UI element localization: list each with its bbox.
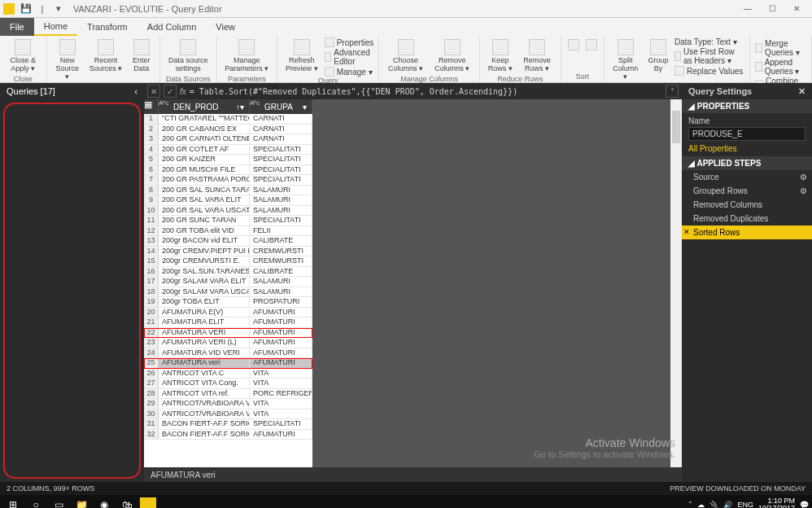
column-denprod[interactable]: DEN_PROD ↑▾ <box>168 99 250 114</box>
cell-denprod[interactable]: 200 GR SAL VARA USCAT <box>159 206 250 216</box>
table-row[interactable]: 24AFUMATURA VID VERIAFUMATURI <box>144 348 312 359</box>
cell-denprod[interactable]: 200 GR CABANOS EX <box>159 125 250 134</box>
group-by-button[interactable]: Group By <box>645 37 671 75</box>
cell-denprod[interactable]: 200 GR SUNC TARAN <box>159 216 250 226</box>
applied-step[interactable]: Removed Duplicates <box>682 212 812 226</box>
qat-dropdown-icon[interactable]: ▾ <box>53 3 64 15</box>
cell-grupa[interactable]: AFUMATURI <box>250 338 312 348</box>
vertical-scrollbar[interactable] <box>670 99 682 467</box>
replace-values-button[interactable]: Replace Values <box>674 66 744 76</box>
transform-tab[interactable]: Transform <box>77 18 138 36</box>
cell-denprod[interactable]: 200 GR CARNATI OLTENESTI <box>159 134 250 144</box>
cell-denprod[interactable]: AFUMATURA ELIT <box>159 318 250 327</box>
explorer-icon[interactable]: 📁 <box>72 497 91 508</box>
step-gear-icon[interactable]: ⚙ <box>800 186 807 195</box>
tray-chevron-icon[interactable]: ˄ <box>688 501 692 508</box>
table-row[interactable]: 14200gr CREMV.PIEPT PUI E.CREMWURSTI <box>144 247 312 257</box>
volume-icon[interactable]: 🔊 <box>723 501 732 508</box>
cell-grupa[interactable]: AFUMATURI <box>250 348 312 358</box>
choose-columns-button[interactable]: Choose Columns ▾ <box>384 37 427 75</box>
cell-grupa[interactable]: SPECIALITATI <box>250 165 312 175</box>
cell-denprod[interactable]: AFUMATURA VID VERI <box>159 348 250 358</box>
onedrive-icon[interactable]: ☁ <box>697 501 705 508</box>
formula-expand-button[interactable]: ˅ <box>666 85 679 98</box>
cell-denprod[interactable]: AFUMATURA VERI (L) <box>159 338 250 348</box>
keep-rows-button[interactable]: Keep Rows ▾ <box>485 37 516 75</box>
table-row[interactable]: 8200 GR SAL SUNCA TARANSALAMURI <box>144 186 312 196</box>
cell-denprod[interactable]: 200 GR TOBA elit VID <box>159 226 250 236</box>
table-row[interactable]: 30ANTRICOT/VRABIOARA VITA RVITA <box>144 409 312 420</box>
cell-denprod[interactable]: 200 GR KAIZER <box>159 155 250 164</box>
table-row[interactable]: 18200gr SALAM VARA USCAT E.SALAMURI <box>144 287 312 298</box>
taskview-button[interactable]: ▭ <box>49 497 68 508</box>
table-row[interactable]: 22AFUMATURA VERIAFUMATURI <box>144 328 312 339</box>
cell-grupa[interactable]: SPECIALITATI <box>250 155 312 164</box>
table-row[interactable]: 11200 GR SUNC TARANSPECIALITATI <box>144 216 312 226</box>
cell-grupa[interactable]: SALAMURI <box>250 206 312 216</box>
steps-section-header[interactable]: ◢ APPLIED STEPS <box>682 156 812 170</box>
cell-grupa[interactable]: VITA <box>250 379 312 388</box>
cell-grupa[interactable]: VITA <box>250 399 312 409</box>
settings-close-button[interactable]: ✕ <box>798 86 805 97</box>
table-row[interactable]: 25AFUMATURA veriAFUMATURI <box>144 358 312 369</box>
applied-step[interactable]: Sorted Rows <box>682 226 812 239</box>
cell-denprod[interactable]: 200gr SAL.SUN.TARANESC E. <box>159 267 250 277</box>
applied-step[interactable]: Grouped Rows⚙ <box>682 184 812 198</box>
table-row[interactable]: 10200 GR SAL VARA USCATSALAMURI <box>144 206 312 217</box>
cell-grupa[interactable]: AFUMATURI <box>250 430 312 440</box>
cell-denprod[interactable]: BACON FIERT-AF.F SORIC <box>159 419 250 429</box>
table-row[interactable]: 28ANTRICOT VITA ref.PORC REFRIGERAT <box>144 389 312 400</box>
powerbi-icon[interactable] <box>140 497 156 508</box>
cell-denprod[interactable]: 200gr SALAM VARA ELIT <box>159 277 250 287</box>
table-row[interactable]: 23AFUMATURA VERI (L)AFUMATURI <box>144 338 312 348</box>
step-gear-icon[interactable]: ⚙ <box>800 173 807 182</box>
cell-denprod[interactable]: 200 GR SAL VARA ELIT <box>159 195 250 205</box>
cell-grupa[interactable]: VITA <box>250 409 312 419</box>
cell-grupa[interactable]: PORC REFRIGERAT <box>250 389 312 399</box>
cell-denprod[interactable]: 200gr SALAM VARA USCAT E. <box>159 287 250 297</box>
table-row[interactable]: 17200gr SALAM VARA ELITSALAMURI <box>144 277 312 287</box>
table-row[interactable]: 3200 GR CARNATI OLTENESTICARNATI <box>144 134 312 145</box>
cell-denprod[interactable]: 200 GR PASTRAMA PORC <box>159 175 250 185</box>
addcolumn-tab[interactable]: Add Column <box>138 18 207 36</box>
table-row[interactable]: 5200 GR KAIZERSPECIALITATI <box>144 155 312 165</box>
table-row[interactable]: 9200 GR SAL VARA ELITSALAMURI <box>144 195 312 206</box>
cell-denprod[interactable]: 200 GR COTLET AF <box>159 145 250 155</box>
formula-cancel-button[interactable]: ✕ <box>147 85 160 98</box>
cell-grupa[interactable]: SPECIALITATI <box>250 145 312 155</box>
notifications-icon[interactable]: 💬 <box>800 501 809 508</box>
manage-parameters-button[interactable]: Manage Parameters ▾ <box>222 37 272 75</box>
save-icon[interactable]: 💾 <box>20 3 32 15</box>
properties-button[interactable]: Properties <box>325 37 374 47</box>
cell-denprod[interactable]: AFUMATURA E(V) <box>159 308 250 318</box>
cell-grupa[interactable]: SALAMURI <box>250 186 312 195</box>
table-row[interactable]: 15200gr CREMVURSTI E.CREMWURSTI <box>144 256 312 267</box>
refresh-preview-button[interactable]: Refresh Preview ▾ <box>282 37 321 75</box>
maximize-button[interactable]: ☐ <box>760 0 784 18</box>
cell-grupa[interactable]: CARNATI <box>250 125 312 134</box>
table-row[interactable]: 21AFUMATURA ELITAFUMATURI <box>144 318 312 328</box>
formula-input[interactable] <box>190 87 662 96</box>
cell-denprod[interactable]: 200gr BACON vid ELIT <box>159 236 250 246</box>
cell-grupa[interactable]: CREMWURSTI <box>250 247 312 256</box>
cell-grupa[interactable]: CALIBRATE <box>250 236 312 246</box>
close-button[interactable]: ✕ <box>784 0 809 18</box>
fx-icon[interactable]: fx <box>180 87 186 96</box>
language-indicator[interactable]: ENG <box>737 501 753 508</box>
enter-data-button[interactable]: Enter Data <box>129 37 155 75</box>
applied-step[interactable]: Removed Columns <box>682 198 812 212</box>
advanced-editor-button[interactable]: Advanced Editor <box>325 48 374 66</box>
query-name-input[interactable] <box>688 127 805 141</box>
cell-grupa[interactable]: CARNATI <box>250 114 312 124</box>
table-row[interactable]: 1"CTI GRATAREL ""MATTEO"" PLC"CARNATI <box>144 114 312 125</box>
cell-grupa[interactable]: CALIBRATE <box>250 267 312 277</box>
scroll-thumb[interactable] <box>672 111 680 143</box>
cell-grupa[interactable]: PROSPATURI <box>250 297 312 307</box>
cell-denprod[interactable]: 200 GR MUSCHI FILE <box>159 165 250 175</box>
cell-denprod[interactable]: BACON FIERT-AF.F SORICI <box>159 430 250 440</box>
cell-grupa[interactable]: SPECIALITATI <box>250 419 312 429</box>
column-grupa[interactable]: GRUPA ▾ <box>260 99 312 114</box>
system-tray[interactable]: ˄ ☁ 🔌 🔊 ENG 1:10 PM 10/17/2017 💬 <box>688 497 809 508</box>
cell-denprod[interactable]: 200 GR SAL SUNCA TARAN <box>159 186 250 195</box>
minimize-button[interactable]: — <box>736 0 760 18</box>
